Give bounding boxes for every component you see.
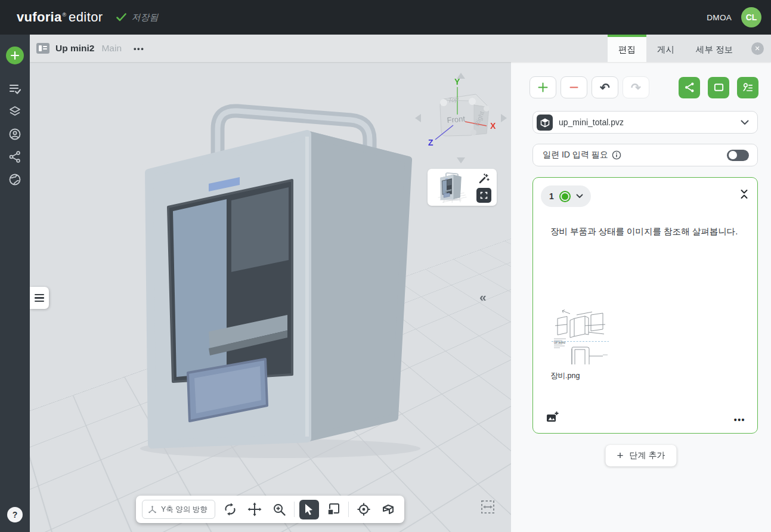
procedure-subtitle: Main [101, 43, 122, 54]
model-thumbnail[interactable] [429, 171, 473, 203]
hamburger-icon [35, 294, 44, 296]
top-app-bar: vuforia ® editor 저장됨 DMOA CL [0, 0, 771, 35]
share-icon [684, 82, 695, 93]
viewcube-right-arrow[interactable] [501, 114, 507, 122]
step-actions-toolbar: ↶ ↷ [530, 76, 758, 98]
left-navigation-rail: ? [0, 35, 30, 532]
redo-button[interactable]: ↷ [623, 76, 649, 98]
sidebar-item-procedures[interactable] [0, 78, 30, 100]
undo-button[interactable]: ↶ [592, 76, 618, 98]
model-dropdown[interactable]: up_mini_total.pvz [532, 111, 758, 134]
close-icon: ✕ [754, 45, 760, 52]
toolbar-divider [348, 502, 349, 517]
undo-icon: ↶ [600, 81, 610, 95]
serial-id-toggle[interactable] [727, 150, 749, 161]
serial-id-label: 일련 ID 입력 필요 [543, 150, 608, 160]
add-button[interactable] [530, 76, 556, 98]
view-cube[interactable]: Y X Z Front Top Right [410, 69, 511, 168]
collapse-panel-button[interactable]: « [479, 290, 486, 304]
vuforia-logo: vuforia ® editor [17, 10, 103, 25]
step-status-selector[interactable]: 1 [541, 185, 591, 207]
add-step-button[interactable]: + 단계 추가 [606, 445, 677, 466]
focus-target-button[interactable] [354, 500, 373, 519]
orbit-icon [223, 502, 237, 516]
add-image-icon [546, 411, 560, 424]
procedure-icon [36, 43, 49, 54]
collapse-step-button[interactable] [740, 189, 748, 202]
viewcube-down-arrow[interactable] [457, 157, 465, 163]
sidebar-item-public[interactable] [0, 168, 30, 191]
section-box-button[interactable] [379, 500, 398, 519]
toolbar-divider [294, 502, 295, 517]
chevron-down-icon [576, 194, 583, 199]
pan-tool-button[interactable] [244, 500, 264, 519]
step-attachment-thumbnail[interactable]: UP mini2 [550, 308, 610, 367]
pip-tool-button[interactable] [324, 500, 343, 519]
model-file-name: up_mini_total.pvz [559, 117, 624, 127]
add-image-button[interactable] [546, 411, 561, 425]
viewcube-front-label: Front [447, 114, 466, 125]
sidebar-item-share[interactable] [0, 146, 30, 168]
3d-corner-icon [381, 502, 395, 516]
fullscreen-icon [479, 190, 489, 200]
zoom-tool-button[interactable] [270, 500, 289, 519]
vuforia-editor-window: vuforia ® editor 저장됨 DMOA CL [0, 0, 771, 532]
magic-wand-icon [478, 173, 490, 184]
orbit-tool-button[interactable] [220, 500, 240, 519]
viewport-menu-button[interactable] [30, 287, 49, 309]
edit-panel: ↶ ↷ [511, 62, 771, 532]
fit-width-icon [480, 499, 496, 515]
step-card-1[interactable]: 1 장비 부품과 상태를 이미지를 참조해 살펴봅니다. [532, 177, 758, 434]
attachment-line-art: UP mini2 [550, 308, 610, 367]
person-circle-icon [8, 128, 21, 141]
axis-direction-button[interactable]: Y축 양의 방향 [142, 500, 215, 519]
title-more-button[interactable]: ••• [134, 44, 144, 53]
step-description[interactable]: 장비 부품과 상태를 이미지를 참조해 살펴봅니다. [550, 225, 743, 238]
saved-label: 저장됨 [132, 12, 159, 23]
user-avatar[interactable]: CL [741, 7, 761, 27]
share-procedure-button[interactable] [679, 77, 700, 98]
model-cube-icon [537, 115, 553, 131]
sidebar-item-account[interactable] [0, 123, 30, 146]
tab-publish[interactable]: 게시 [646, 35, 685, 62]
frame-icon [713, 82, 724, 93]
check-icon [116, 13, 126, 21]
save-status: 저장됨 [116, 12, 159, 23]
redo-icon: ↷ [631, 81, 641, 95]
select-tool-button-active[interactable] [299, 500, 318, 519]
axis-z-label: Z [428, 138, 434, 147]
close-panel-button[interactable]: ✕ [751, 42, 764, 55]
tab-details[interactable]: 세부 정보 [685, 35, 744, 62]
model-thumbnail-card[interactable] [428, 169, 497, 206]
add-step-label: 단계 추가 [630, 450, 665, 461]
sidebar-item-models[interactable] [0, 100, 30, 123]
share-icon [9, 151, 21, 163]
step-more-button[interactable]: ••• [734, 415, 745, 425]
help-button[interactable]: ? [7, 507, 23, 522]
globe-icon [8, 173, 21, 186]
fit-width-button[interactable] [480, 499, 496, 515]
info-icon[interactable] [612, 150, 621, 160]
magic-wand-button[interactable] [476, 172, 491, 185]
layers-icon [8, 105, 21, 118]
move-icon [247, 502, 262, 516]
plus-icon [10, 51, 20, 60]
flow-list-icon [742, 82, 754, 94]
preview-button[interactable] [708, 77, 729, 98]
axis-tripod-icon [148, 505, 157, 514]
3d-viewport[interactable]: « Y X Z [30, 62, 511, 532]
cursor-icon [304, 503, 314, 515]
tab-edit[interactable]: 편집 [608, 35, 646, 62]
zoom-in-icon [273, 503, 286, 516]
axis-y-label: Y [454, 77, 460, 86]
plus-icon: + [617, 449, 624, 462]
picture-in-picture-icon [326, 502, 340, 516]
remove-button[interactable] [561, 76, 587, 98]
expand-view-button[interactable] [476, 188, 491, 203]
serial-id-setting: 일련 ID 입력 필요 [532, 144, 758, 166]
create-new-button[interactable] [6, 47, 24, 64]
step-status-dot [559, 191, 571, 202]
step-flow-button[interactable] [737, 77, 758, 98]
toggle-knob [729, 151, 737, 159]
viewcube-left-arrow[interactable] [415, 114, 421, 122]
